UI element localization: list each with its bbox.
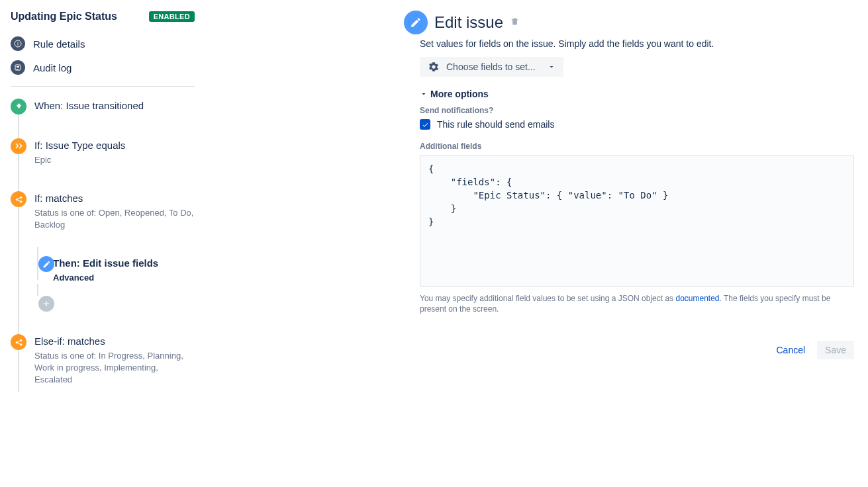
- more-options-label: More options: [430, 89, 489, 99]
- additional-fields-label: Additional fields: [420, 142, 854, 151]
- divider: [11, 86, 195, 87]
- flow-trigger[interactable]: When: Issue transitioned: [11, 99, 195, 138]
- edit-icon: [38, 256, 54, 272]
- nav-label: Audit log: [33, 62, 72, 73]
- gear-icon: [428, 61, 440, 73]
- documented-link[interactable]: documented: [675, 294, 719, 303]
- condition-icon: [11, 138, 26, 154]
- branch-icon: [11, 191, 26, 207]
- chevron-down-icon: [548, 63, 555, 71]
- dropdown-label: Choose fields to set...: [446, 62, 536, 72]
- status-badge: ENABLED: [149, 11, 195, 22]
- trigger-icon: [11, 99, 26, 114]
- flow-title: If: matches: [34, 191, 195, 206]
- delete-icon[interactable]: [510, 17, 520, 28]
- rule-title: Updating Epic Status: [11, 11, 117, 22]
- svg-rect-2: [18, 44, 19, 46]
- panel-header: Edit issue: [404, 11, 854, 34]
- nav-label: Rule details: [33, 38, 85, 50]
- svg-point-1: [17, 42, 19, 43]
- add-icon[interactable]: [38, 296, 54, 312]
- check-icon: [422, 121, 429, 128]
- edit-issue-panel: Edit issue Set values for fields on the …: [205, 0, 868, 487]
- panel-content: Set values for fields on the issue. Simp…: [404, 38, 854, 359]
- flow-title: Then: Edit issue fields: [53, 256, 195, 271]
- form-actions: Cancel Save: [420, 341, 854, 359]
- choose-fields-dropdown[interactable]: Choose fields to set...: [420, 57, 563, 77]
- cancel-button[interactable]: Cancel: [769, 341, 812, 359]
- rule-flow: When: Issue transitioned If: Issue Type …: [11, 99, 195, 392]
- additional-fields-textarea[interactable]: [420, 155, 854, 287]
- flow-title: When: Issue transitioned: [34, 99, 195, 113]
- rule-header: Updating Epic Status ENABLED: [11, 11, 195, 22]
- flow-title: Else-if: matches: [34, 334, 195, 349]
- flow-desc: Epic: [34, 154, 195, 166]
- send-emails-label: This rule should send emails: [437, 119, 554, 130]
- flow-sub-connector: [37, 284, 38, 296]
- flow-title: If: Issue Type equals: [34, 138, 195, 153]
- flow-desc: Status is one of: Open, Reopened, To Do,…: [34, 207, 195, 231]
- more-options-toggle[interactable]: More options: [420, 89, 854, 99]
- help-text: You may specify additional field values …: [420, 293, 854, 314]
- panel-title: Edit issue: [434, 13, 503, 32]
- panel-description: Set values for fields on the issue. Simp…: [420, 38, 854, 49]
- flow-add-component[interactable]: [11, 296, 195, 334]
- nav-rule-details[interactable]: Rule details: [11, 32, 195, 56]
- log-icon: [11, 60, 25, 75]
- flow-condition-issue-type[interactable]: If: Issue Type equals Epic: [11, 138, 195, 191]
- flow-desc: Status is one of: In Progress, Planning,…: [34, 350, 195, 386]
- flow-desc: Advanced: [53, 272, 195, 284]
- nav-audit-log[interactable]: Audit log: [11, 56, 195, 79]
- branch-icon: [11, 334, 26, 350]
- info-icon: [11, 36, 25, 51]
- chevron-down-icon: [420, 90, 428, 98]
- flow-condition-else-if[interactable]: Else-if: matches Status is one of: In Pr…: [11, 334, 195, 392]
- rule-sidebar: Updating Epic Status ENABLED Rule detail…: [0, 0, 205, 487]
- send-notifications-label: Send notifications?: [420, 106, 854, 115]
- edit-icon: [404, 11, 428, 34]
- send-emails-checkbox[interactable]: [420, 119, 430, 130]
- save-button[interactable]: Save: [817, 341, 854, 359]
